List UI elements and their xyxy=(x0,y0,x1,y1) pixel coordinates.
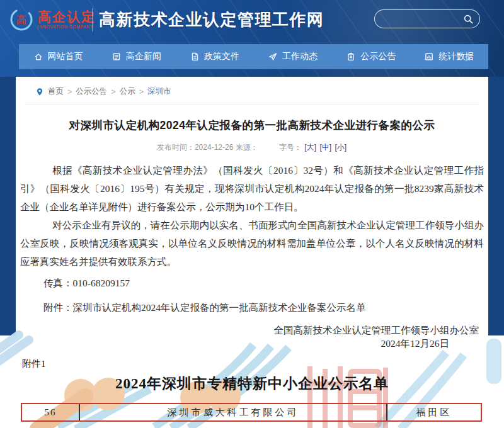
article-paragraph: 根据《高新技术企业认定管理办法》（国科发火〔2016〕32号）和《高新技术企业认… xyxy=(20,161,484,216)
attachment-link-line[interactable]: 附件：深圳市认定机构2024年认定报备的第一批高新技术企业备案公示名单 xyxy=(43,298,484,317)
nav-item-policy[interactable]: 政策文件 xyxy=(190,51,239,62)
source-label: 来源： xyxy=(236,143,258,152)
fontsize-medium-button[interactable]: [中] xyxy=(319,143,331,152)
attachment-title: 2024年深圳市专精特新中小企业公示名单 xyxy=(16,374,488,393)
main-nav: 网站首页 高企新闻 政策文件 工作动态 公示公告 统计数据 xyxy=(19,44,488,69)
district-cell: 福田区 xyxy=(387,404,481,420)
breadcrumb-separator: > xyxy=(67,87,72,96)
highlighted-table-row: 56 深圳市威大科工有限公司 福田区 xyxy=(21,403,482,422)
search-icon xyxy=(463,14,474,25)
fontsize-small-button[interactable]: [小] xyxy=(335,143,346,152)
fontsize-large-button[interactable]: [大] xyxy=(304,143,316,152)
nav-item-label: 高企新闻 xyxy=(126,51,161,62)
publish-time: 发布时间：2024-12-26 xyxy=(157,143,233,152)
fax-line: 传真：010-68209157 xyxy=(43,274,484,292)
nav-item-label: 政策文件 xyxy=(204,51,239,62)
paper-plane-icon xyxy=(268,52,278,62)
attachment-label: 附件1 xyxy=(22,358,46,370)
logo-text: 高企认定 xyxy=(38,10,96,24)
search-input[interactable] xyxy=(375,14,463,24)
search-button[interactable] xyxy=(463,14,479,25)
search-box xyxy=(374,9,480,28)
article-meta: 发布时间：2024-12-26 来源： 字号： [大] [中] [小] xyxy=(16,142,488,153)
attachment-preview: 附件1 2024年深圳市专精特新中小企业公示名单 56 深圳市威大科工有限公司 … xyxy=(16,349,488,428)
breadcrumb-separator: > xyxy=(139,87,144,96)
breadcrumb-separator: > xyxy=(111,87,115,96)
signature-office: 全国高新技术企业认定管理工作领导小组办公室 xyxy=(16,324,488,337)
nav-item-label: 工作动态 xyxy=(282,51,318,62)
news-icon xyxy=(112,52,122,62)
site-title: 高新技术企业认定管理工作网 xyxy=(99,9,324,31)
nav-item-home[interactable]: 网站首页 xyxy=(33,51,83,62)
svg-text:高: 高 xyxy=(16,14,26,25)
logo-subtext: INNOVATION COMPANY xyxy=(38,25,96,29)
location-pin-icon xyxy=(35,87,44,96)
content-panel: 首页 > 公示公告 > 公示 > 深圳市 对深圳市认定机构2024年认定报备的第… xyxy=(16,77,488,428)
page: { "brand": { "logo_text": "高企认定", "logo_… xyxy=(0,0,504,428)
breadcrumb-current[interactable]: 深圳市 xyxy=(147,86,171,97)
clipboard-icon xyxy=(346,52,356,62)
header-divider xyxy=(92,8,93,31)
nav-item-announcements[interactable]: 公示公告 xyxy=(346,51,396,62)
home-icon xyxy=(33,52,43,62)
row-number-cell: 56 xyxy=(22,404,79,420)
nav-item-statistics[interactable]: 统计数据 xyxy=(424,51,474,62)
signature-date: 2024年12月26日 xyxy=(16,337,488,351)
breadcrumb-announcements[interactable]: 公示公告 xyxy=(76,86,107,97)
fontsize-label: 字号： xyxy=(279,143,302,152)
breadcrumb-publicity[interactable]: 公示 xyxy=(120,86,135,97)
bar-chart-icon xyxy=(424,52,434,62)
logo-swirl-icon: 高 xyxy=(8,6,35,33)
company-name-cell: 深圳市威大科工有限公司 xyxy=(79,404,387,420)
article-body: 根据《高新技术企业认定管理办法》（国科发火〔2016〕32号）和《高新技术企业认… xyxy=(20,161,484,317)
policy-document-icon xyxy=(190,52,200,62)
nav-item-updates[interactable]: 工作动态 xyxy=(268,51,318,62)
nav-item-label: 公示公告 xyxy=(360,51,396,62)
article-paragraph: 对公示企业有异议的，请在公示期内以实名、书面形式向全国高新技术企业认定管理工作领… xyxy=(20,216,484,271)
article-title: 对深圳市认定机构2024年认定报备的第一批高新技术企业进行备案的公示 xyxy=(16,118,488,133)
breadcrumb-home[interactable]: 首页 xyxy=(48,86,64,97)
breadcrumb: 首页 > 公示公告 > 公示 > 深圳市 xyxy=(25,77,479,104)
nav-item-label: 网站首页 xyxy=(48,51,83,62)
nav-item-news[interactable]: 高企新闻 xyxy=(112,51,161,62)
nav-item-label: 统计数据 xyxy=(438,51,474,62)
site-logo[interactable]: 高 高企认定 INNOVATION COMPANY xyxy=(8,6,96,33)
